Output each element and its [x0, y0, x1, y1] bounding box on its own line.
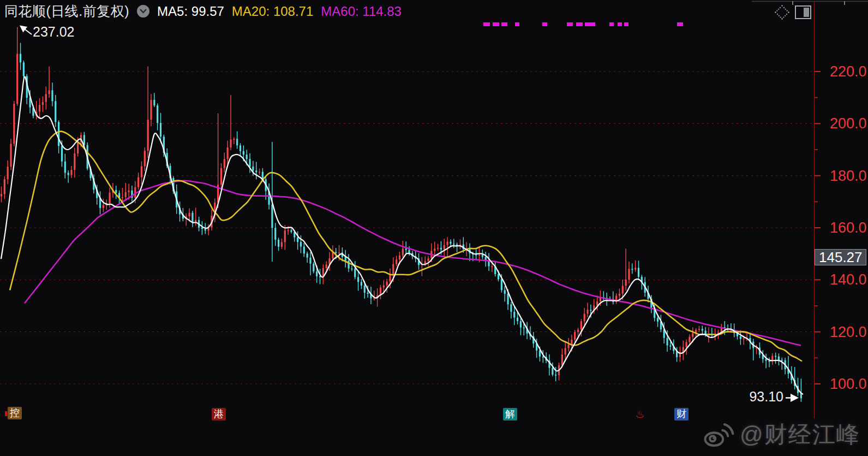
axis-ticks: [815, 2, 821, 418]
ma20-legend: MA20: 108.71: [232, 4, 313, 19]
event-marks: [483, 22, 683, 26]
peak-price-annotation: 237.02: [33, 24, 74, 40]
page-title: 同花顺(日线.前复权): [4, 2, 129, 20]
watermark: @财经江峰: [703, 419, 860, 450]
watermark-text: @财经江峰: [740, 419, 860, 450]
panel-fill: [804, 8, 809, 17]
top-ruler: [752, 1, 868, 5]
candles-layer: [1, 27, 802, 402]
axis-label-160: 160.0: [830, 220, 868, 236]
axis-label-100: 100.0: [830, 376, 868, 393]
cai-icon[interactable]: 财: [674, 408, 689, 421]
axis-label-220: 220.0: [830, 63, 868, 80]
ma5-line: [1, 76, 803, 394]
stock-chart-app: 同花顺(日线.前复权) MA5: 99.57 MA20: 108.71 MA60…: [0, 0, 868, 456]
red-tick-icon: [5, 411, 7, 416]
weibo-icon: [703, 422, 734, 448]
hot-icon[interactable]: ♨: [634, 409, 645, 422]
chart-header: 同花顺(日线.前复权) MA5: 99.57 MA20: 108.71 MA60…: [4, 2, 402, 20]
gang-icon[interactable]: 港: [212, 408, 226, 421]
gridlines: [0, 72, 813, 384]
axis-label-120: 120.0: [830, 324, 868, 341]
jie-icon[interactable]: 解: [503, 408, 517, 421]
axis-label-200: 200.0: [830, 115, 868, 132]
ma60-legend: MA60: 114.83: [321, 4, 402, 19]
annotation-arrows: [21, 26, 797, 398]
current-price-badge: 145.27: [815, 249, 866, 265]
candlestick-chart[interactable]: [0, 0, 868, 456]
ma5-legend: MA5: 99.57: [157, 4, 224, 19]
kong-icon[interactable]: 控: [8, 407, 22, 419]
axis-label-140: 140.0: [830, 271, 868, 288]
chevron-down-icon[interactable]: [137, 5, 149, 17]
panel-layout-icon[interactable]: [795, 5, 811, 19]
trough-price-annotation: 93.10: [742, 389, 783, 405]
axis-label-180: 180.0: [830, 168, 868, 185]
